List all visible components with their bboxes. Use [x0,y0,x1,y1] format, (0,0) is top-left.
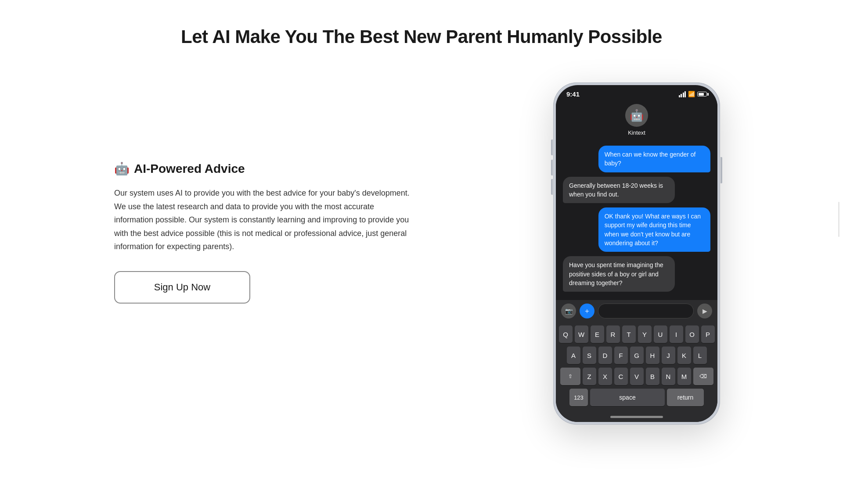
message-input[interactable] [598,304,694,318]
key-q[interactable]: Q [559,325,573,343]
status-bar: 9:41 📶 [556,85,717,100]
scrollbar[interactable] [838,202,839,237]
contact-name: Kintext [628,129,645,136]
home-indicator [610,416,663,418]
key-u[interactable]: U [654,325,667,343]
key-n[interactable]: N [662,368,675,385]
key-o[interactable]: O [685,325,699,343]
key-g[interactable]: G [630,347,644,364]
key-t[interactable]: T [622,325,636,343]
section-body: Our system uses AI to provide you with t… [114,186,413,254]
page-wrapper: Let AI Make You The Best New Parent Huma… [0,0,843,504]
contact-header: 🤖 Kintext [556,100,717,141]
key-z[interactable]: Z [583,368,596,385]
voice-icon-btn[interactable]: ▶ [697,304,712,318]
key-h[interactable]: H [646,347,659,364]
key-v[interactable]: V [630,368,644,385]
key-123[interactable]: 123 [569,389,588,406]
keyboard: Q W E R T Y U I O P A [556,322,717,411]
keyboard-row-3: ⇧ Z X C V B N M ⌫ [558,368,716,385]
message-bubble: Generally between 18-20 weeks is when yo… [563,177,675,204]
heading-emoji: 🤖 [114,161,130,176]
input-bar: 📷 ＋ ▶ [556,300,717,322]
key-c[interactable]: C [614,368,628,385]
key-backspace[interactable]: ⌫ [693,368,713,385]
key-i[interactable]: I [670,325,683,343]
page-title: Let AI Make You The Best New Parent Huma… [181,26,662,47]
battery-icon [697,92,707,97]
key-d[interactable]: D [598,347,612,364]
key-j[interactable]: J [662,347,675,364]
key-return[interactable]: return [667,389,704,406]
content-row: 🤖 AI-Powered Advice Our system uses AI t… [114,74,729,425]
message-bubble: Have you spent time imagining the positi… [563,256,675,292]
phone-screen: 9:41 📶 [556,85,717,422]
messages-area: When can we know the gender of baby? Gen… [556,141,717,300]
signup-button[interactable]: Sign Up Now [114,271,250,304]
key-f[interactable]: F [614,347,628,364]
wifi-icon: 📶 [688,91,695,97]
key-e[interactable]: E [591,325,604,343]
camera-icon-btn[interactable]: 📷 [561,304,576,318]
phone-mockup: 9:41 📶 [553,82,720,425]
input-bar-left: 📷 ＋ [561,304,594,318]
key-x[interactable]: X [598,368,612,385]
key-s[interactable]: S [583,347,596,364]
key-l[interactable]: L [693,347,707,364]
keyboard-row-4: 123 space return [558,389,716,406]
avatar: 🤖 [625,104,648,127]
status-icons: 📶 [679,91,707,97]
message-bubble: OK thank you! What are ways I can suppor… [598,207,710,252]
avatar-emoji: 🤖 [630,109,644,122]
status-time: 9:41 [566,90,580,98]
heading-text: AI-Powered Advice [134,162,245,176]
bottom-bar [556,411,717,422]
key-r[interactable]: R [606,325,620,343]
message-bubble: When can we know the gender of baby? [598,146,710,172]
signal-icon [679,91,686,97]
key-b[interactable]: B [646,368,659,385]
key-w[interactable]: W [575,325,588,343]
keyboard-row-1: Q W E R T Y U I O P [558,325,716,343]
key-shift[interactable]: ⇧ [560,368,580,385]
left-panel: 🤖 AI-Powered Advice Our system uses AI t… [114,74,413,304]
right-panel: 9:41 📶 [544,74,729,425]
apps-icon-btn[interactable]: ＋ [580,304,594,318]
section-heading: 🤖 AI-Powered Advice [114,161,413,176]
keyboard-row-2: A S D F G H J K L [558,347,716,364]
key-a[interactable]: A [567,347,580,364]
key-p[interactable]: P [701,325,715,343]
key-m[interactable]: M [677,368,691,385]
key-y[interactable]: Y [638,325,652,343]
key-k[interactable]: K [677,347,691,364]
key-space[interactable]: space [590,389,665,406]
